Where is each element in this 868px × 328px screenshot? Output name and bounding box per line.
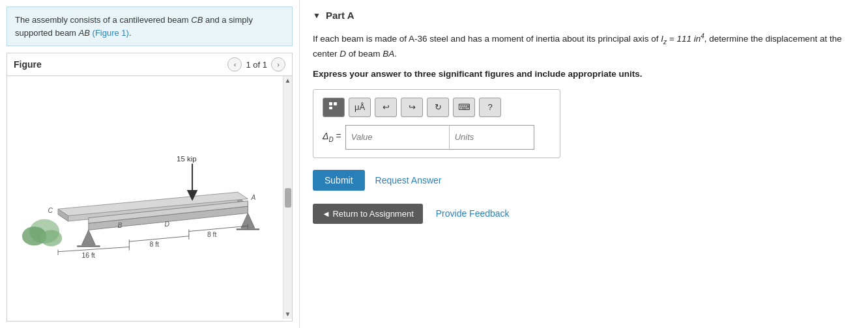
submit-button[interactable]: Submit (313, 170, 365, 191)
force-label: 15 kip (177, 155, 197, 163)
a-marker: A (251, 194, 256, 201)
help-icon: ? (487, 102, 492, 112)
problem-text-1: If each beam is made of A-36 steel and h… (313, 34, 661, 44)
scroll-down-arrow[interactable]: ▼ (285, 311, 291, 318)
figure-pagination: 1 of 1 (246, 60, 267, 70)
refresh-icon: ↻ (435, 102, 442, 112)
mu-icon: μÅ (354, 102, 365, 112)
figure-header: Figure ‹ 1 of 1 › (7, 53, 292, 76)
scroll-up-arrow[interactable]: ▲ (285, 77, 291, 84)
dim-8ft-2: 8 ft (207, 231, 217, 238)
svg-point-2 (40, 230, 62, 246)
svg-rect-25 (329, 107, 332, 109)
part-header: ▼ Part A (313, 10, 855, 21)
svg-line-14 (58, 247, 129, 251)
keyboard-button[interactable]: ⌨ (453, 98, 475, 117)
figure-link[interactable]: (Figure 1) (93, 28, 129, 38)
problem-text: If each beam is made of A-36 steel and h… (313, 31, 855, 61)
figure-title: Figure (14, 59, 42, 70)
figure-content: D A B C 15 (7, 76, 292, 319)
problem-text-3: of beam (346, 49, 383, 59)
answer-toolbar: μÅ ↩ ↪ ↻ ⌨ ? (323, 98, 551, 117)
right-panel: ▼ Part A If each beam is made of A-36 st… (300, 0, 868, 328)
redo-icon: ↪ (409, 102, 416, 112)
d-marker: D (164, 221, 169, 228)
part-label: Part A (326, 10, 354, 21)
svg-rect-24 (334, 102, 337, 105)
undo-icon: ↩ (383, 102, 390, 112)
figure-next-button[interactable]: › (271, 57, 285, 72)
delta-label: ΔD = (323, 131, 341, 143)
value-input[interactable] (345, 125, 450, 150)
svg-rect-23 (329, 102, 332, 105)
beam-figure-svg: D A B C 15 (7, 76, 292, 319)
dim-8ft-1: 8 ft (150, 241, 160, 248)
answer-box: μÅ ↩ ↪ ↻ ⌨ ? ΔD = (313, 89, 560, 158)
figure-section: Figure ‹ 1 of 1 › (7, 53, 293, 321)
provide-feedback-link[interactable]: Provide Feedback (436, 208, 510, 219)
collapse-arrow-icon[interactable]: ▼ (313, 11, 321, 20)
figure-scrollbar[interactable]: ▲ ▼ (283, 76, 292, 319)
action-row: Submit Request Answer (313, 170, 855, 191)
scroll-thumb[interactable] (285, 188, 291, 208)
redo-button[interactable]: ↪ (401, 98, 423, 117)
description-end: . (129, 28, 132, 38)
refresh-button[interactable]: ↻ (427, 98, 449, 117)
mu-button[interactable]: μÅ (349, 98, 371, 117)
b-marker: B (118, 222, 123, 229)
ba-label: BA (383, 49, 394, 59)
c-marker: C (48, 207, 53, 214)
description-text-1: The assembly consists of a cantilevered … (15, 15, 191, 25)
left-panel: The assembly consists of a cantilevered … (0, 0, 300, 328)
express-text: Express your answer to three significant… (313, 69, 855, 79)
units-input[interactable] (450, 125, 534, 150)
d-label: D (340, 49, 346, 59)
request-answer-link[interactable]: Request Answer (375, 175, 442, 185)
iz-label: Iz = 111 in4 (661, 34, 704, 44)
svg-line-17 (129, 236, 189, 241)
problem-text-end: . (394, 49, 397, 59)
ab-label: AB (79, 28, 90, 38)
matrix-icon (328, 102, 339, 113)
help-button[interactable]: ? (479, 98, 501, 117)
return-button[interactable]: ◄ Return to Assignment (313, 204, 423, 224)
svg-marker-11 (81, 230, 95, 245)
dim-16ft: 16 ft (81, 252, 94, 259)
input-row: ΔD = (323, 125, 551, 150)
cb-label: CB (191, 15, 203, 25)
keyboard-icon: ⌨ (458, 102, 470, 112)
matrix-button[interactable] (323, 98, 345, 117)
problem-description: The assembly consists of a cantilevered … (7, 7, 293, 46)
bottom-nav: ◄ Return to Assignment Provide Feedback (313, 204, 855, 224)
figure-prev-button[interactable]: ‹ (227, 57, 242, 72)
figure-nav: ‹ 1 of 1 › (227, 57, 285, 72)
undo-button[interactable]: ↩ (375, 98, 397, 117)
